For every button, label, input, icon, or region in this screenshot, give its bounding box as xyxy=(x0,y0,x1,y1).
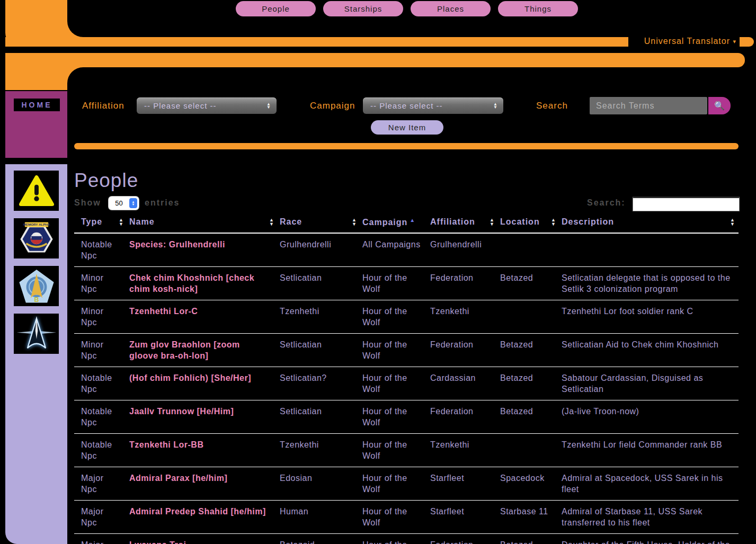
person-link[interactable]: Zum glov Braohlon [zoom gloove bra-oh-lo… xyxy=(129,340,240,360)
cell-type: Minor Npc xyxy=(74,300,127,334)
person-link[interactable]: Admiral Predep Shahid [he/him] xyxy=(129,507,266,516)
search-icon: 🔍 xyxy=(714,101,725,111)
column-header-name[interactable]: Name▲▼ xyxy=(127,214,278,233)
person-link[interactable]: Tzenhethi Lor-C xyxy=(129,307,198,316)
page-size-value: 50 xyxy=(109,199,129,207)
lcars-bar-top xyxy=(5,37,628,47)
column-header-location[interactable]: Location▲▼ xyxy=(498,214,559,233)
cell-race: Grulhendrelli xyxy=(278,233,360,267)
cell-name: Chek chim Khoshnich [check chim kosh-nic… xyxy=(127,267,278,300)
sort-icon: ▲▼ xyxy=(730,218,735,226)
new-item-button[interactable]: New Item xyxy=(371,120,443,135)
cell-affiliation: Federation xyxy=(428,534,498,544)
person-link[interactable]: Admiral Parax [he/him] xyxy=(129,474,227,483)
nav-tab-things[interactable]: Things xyxy=(498,1,578,16)
column-header-description[interactable]: Description▲▼ xyxy=(559,214,739,233)
show-label: Show xyxy=(74,198,101,208)
cell-name: Admiral Parax [he/him] xyxy=(127,467,278,501)
cell-race: Setlicatian xyxy=(278,400,360,434)
cell-name: Species: Grulhendrelli xyxy=(127,233,278,267)
cell-type: Minor Npc xyxy=(74,334,127,367)
cell-location: Betazed xyxy=(498,534,559,544)
page-title: People xyxy=(74,170,138,192)
sort-icon: ▲▼ xyxy=(490,218,495,226)
table-row: Notable NpcTzenkethi Lor-BBTzenkethiHour… xyxy=(74,434,739,467)
cell-race: Betazoid xyxy=(278,534,360,544)
table-row: Minor NpcZum glov Braohlon [zoom gloove … xyxy=(74,334,739,367)
cell-campaign: Hour of the Wolf xyxy=(360,501,428,534)
cell-type: Notable Npc xyxy=(74,400,127,434)
page-size-select[interactable]: 50 ▲▼ xyxy=(109,197,139,210)
cell-race: Human xyxy=(278,501,360,534)
cell-affiliation: Tzenkethi xyxy=(428,434,498,467)
universal-translator-dropdown[interactable]: Universal Translator ▾ xyxy=(644,37,736,46)
cell-name: Tzenkethi Lor-BB xyxy=(127,434,278,467)
nav-tab-starships[interactable]: Starships xyxy=(323,1,403,16)
cell-type: Major Npc xyxy=(74,534,127,544)
affiliation-select[interactable]: -- Please select -- ▲▼ xyxy=(137,97,277,114)
person-link[interactable]: Species: Grulhendrelli xyxy=(129,240,225,249)
search-button[interactable]: 🔍 xyxy=(708,97,731,114)
cell-description: Admiral at Spacedock, USS Sarek in his f… xyxy=(559,467,739,501)
search-input[interactable] xyxy=(590,97,707,114)
cell-affiliation: Federation xyxy=(428,334,498,367)
person-link[interactable]: (Hof chim Fohlich) [She/Her] xyxy=(129,373,251,382)
cell-name: Jaallv Trunnow [He/Him] xyxy=(127,400,278,434)
sidebar-item-home[interactable]: HOME xyxy=(14,99,60,111)
cell-affiliation: Tzenkethi xyxy=(428,300,498,334)
cell-race: Tzenhethi xyxy=(278,300,360,334)
cell-description: Admiral of Starbase 11, USS Sarek transf… xyxy=(559,501,739,534)
cell-affiliation: Starfleet xyxy=(428,501,498,534)
svg-text:MEMORY ALPHA: MEMORY ALPHA xyxy=(23,222,50,226)
column-header-race[interactable]: Race▲▼ xyxy=(278,214,360,233)
cell-type: Notable Npc xyxy=(74,233,127,267)
people-table: Type▲▼ Name▲▼ Race▲▼ Campaign▲ Affiliati… xyxy=(74,214,739,544)
affiliation-label: Affiliation xyxy=(82,101,124,111)
cell-name: Lwaxana Troi xyxy=(127,534,278,544)
starfleet-delta-icon[interactable] xyxy=(14,314,59,354)
column-header-affiliation[interactable]: Affiliation▲▼ xyxy=(428,214,498,233)
federation-starfleet-badge-icon[interactable]: B xyxy=(14,266,59,306)
cell-campaign: Hour of the Wolf xyxy=(360,467,428,501)
person-link[interactable]: Jaallv Trunnow [He/Him] xyxy=(129,407,234,416)
column-header-campaign[interactable]: Campaign▲ xyxy=(360,214,428,233)
column-header-type[interactable]: Type▲▼ xyxy=(74,214,127,233)
person-link[interactable]: Lwaxana Troi xyxy=(129,540,186,544)
cell-affiliation: Grulhendrelli xyxy=(428,233,498,267)
table-header-row: Type▲▼ Name▲▼ Race▲▼ Campaign▲ Affiliati… xyxy=(74,214,739,233)
campaign-selected-value: -- Please select -- xyxy=(370,101,443,110)
memory-alpha-badge-icon[interactable]: MEMORY ALPHA xyxy=(14,218,59,258)
stepper-icon: ▲▼ xyxy=(129,198,137,208)
person-link[interactable]: Chek chim Khoshnich [check chim kosh-nic… xyxy=(129,273,254,293)
cell-type: Major Npc xyxy=(74,467,127,501)
cell-name: (Hof chim Fohlich) [She/Her] xyxy=(127,367,278,400)
sort-icon: ▲▼ xyxy=(551,218,556,226)
person-link[interactable]: Tzenkethi Lor-BB xyxy=(129,440,203,449)
cell-description: Sabatour Cardassian, Disguised as Setlic… xyxy=(559,367,739,400)
cell-type: Notable Npc xyxy=(74,434,127,467)
app-window: People Starships Places Things Universal… xyxy=(0,0,756,544)
table-search-input[interactable] xyxy=(633,197,740,211)
cell-race: Edosian xyxy=(278,467,360,501)
universal-translator-label: Universal Translator xyxy=(644,37,730,46)
cell-race: Setlicatian xyxy=(278,267,360,300)
cell-name: Admiral Predep Shahid [he/him] xyxy=(127,501,278,534)
cell-race: Setlicatian? xyxy=(278,367,360,400)
nav-tab-people[interactable]: People xyxy=(236,1,316,16)
cell-affiliation: Federation xyxy=(428,267,498,300)
lcars-elbow-second xyxy=(5,53,67,90)
cell-description: Tzenhethi Lor foot soldier rank C xyxy=(559,300,739,334)
lcars-divider-bar xyxy=(74,143,739,149)
select-spinner-icon: ▲▼ xyxy=(493,103,498,109)
nav-tab-places[interactable]: Places xyxy=(411,1,491,16)
cell-campaign: Hour of the Wolf xyxy=(360,434,428,467)
campaign-select[interactable]: -- Please select -- ▲▼ xyxy=(363,97,503,114)
cell-type: Major Npc xyxy=(74,501,127,534)
svg-text:B: B xyxy=(34,296,39,304)
sort-icon: ▲▼ xyxy=(119,218,124,226)
table-row: Minor NpcTzenhethi Lor-CTzenhethiHour of… xyxy=(74,300,739,334)
cell-description: Tzenkethi Lor field Commander rank BB xyxy=(559,434,739,467)
cell-race: Tzenkethi xyxy=(278,434,360,467)
warning-icon[interactable] xyxy=(14,171,59,211)
table-row: Notable NpcSpecies: GrulhendrelliGrulhen… xyxy=(74,233,739,267)
